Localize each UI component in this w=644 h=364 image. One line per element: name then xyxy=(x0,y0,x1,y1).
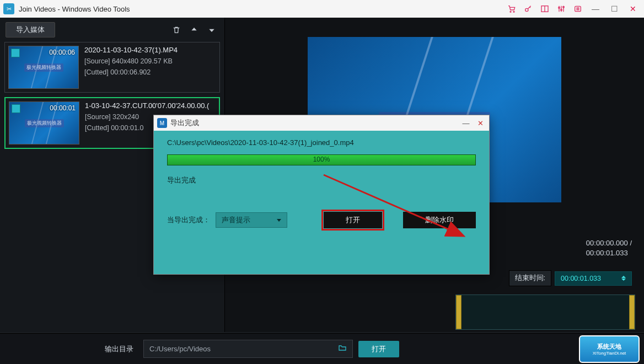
duration-label: 00:00:01 xyxy=(50,104,76,112)
dialog-titlebar: M 导出完成 — ✕ xyxy=(154,115,489,131)
trash-icon[interactable] xyxy=(169,23,184,37)
key-icon[interactable] xyxy=(522,2,535,15)
app-title: Join Videos - Windows Video Tools xyxy=(19,5,130,13)
media-name: 2020-11-03-10-42-37(1).MP4 xyxy=(84,46,216,54)
end-time-value: 00:00:01.033 xyxy=(561,275,601,282)
folder-icon[interactable] xyxy=(338,344,347,354)
layout-icon[interactable] xyxy=(538,2,551,15)
bottombar: 输出目录 C:/Users/pc/Videos 打开 xyxy=(0,333,644,364)
remove-watermark-button[interactable]: 删除水印 xyxy=(403,212,476,228)
output-path-text: C:/Users/pc/Videos xyxy=(149,345,211,353)
dialog-open-button[interactable]: 打开 xyxy=(324,212,382,228)
dialog-icon: M xyxy=(157,118,167,128)
timeline[interactable] xyxy=(455,295,635,330)
progress-bar: 100% xyxy=(167,154,476,165)
close-button[interactable]: ✕ xyxy=(625,1,641,17)
time-display: 00:00:00.000 / 00:00:01.033 xyxy=(586,238,632,258)
output-path-input[interactable]: C:/Users/pc/Videos xyxy=(143,340,353,358)
svg-point-1 xyxy=(513,11,514,12)
media-cutted: [Cutted] 00:00:06.902 xyxy=(84,68,216,76)
progress-text: 100% xyxy=(168,156,475,163)
svg-point-2 xyxy=(525,8,528,11)
badge-line1: 系统天地 xyxy=(597,342,621,351)
sliders-icon[interactable] xyxy=(555,2,568,15)
media-item[interactable]: 00:00:06 极光视频转换器 2020-11-03-10-42-37(1).… xyxy=(4,42,220,93)
open-output-button[interactable]: 打开 xyxy=(358,341,399,357)
media-name: 1-03-10-42-37.CUT.00'07.00'24.00.00.( xyxy=(85,101,216,110)
output-label: 输出目录 xyxy=(105,344,133,354)
move-up-icon[interactable] xyxy=(187,23,201,37)
export-file-path: C:\Users\pc\Videos\2020-11-03-10-42-37(1… xyxy=(167,138,476,147)
time-current: 00:00:00.000 / xyxy=(586,238,632,248)
dialog-title: 导出完成 xyxy=(170,119,199,128)
end-time-label: 结束时间: xyxy=(509,270,551,286)
media-thumbnail: 00:00:01 极光视频转换器 xyxy=(9,101,79,144)
maximize-button[interactable]: ☐ xyxy=(607,1,622,17)
chevron-down-icon xyxy=(277,219,281,222)
app-icon: ✂ xyxy=(3,3,14,14)
stepper-icon[interactable] xyxy=(621,276,626,281)
time-total: 00:00:01.033 xyxy=(586,248,632,258)
duration-label: 00:00:06 xyxy=(49,49,75,56)
media-source: [Source] 640x480 209.57 KB xyxy=(84,57,216,65)
badge-line2: XiTongTianDi.net xyxy=(593,351,626,356)
minimize-button[interactable]: — xyxy=(588,1,603,17)
titlebar: ✂ Join Videos - Windows Video Tools — ☐ … xyxy=(0,0,644,18)
dialog-close-button[interactable]: ✕ xyxy=(475,119,486,127)
end-time-row: 结束时间: 00:00:01.033 xyxy=(509,270,632,286)
media-thumbnail: 00:00:06 极光视频转换器 xyxy=(8,46,79,89)
when-done-label: 当导出完成： xyxy=(167,215,210,225)
clip-icon xyxy=(12,104,20,113)
cart-icon[interactable] xyxy=(505,2,518,15)
thumb-watermark: 极光视频转换器 xyxy=(25,119,64,127)
when-done-dropdown[interactable]: 声音提示 xyxy=(216,212,287,228)
thumb-watermark: 极光视频转换器 xyxy=(24,63,63,72)
move-down-icon[interactable] xyxy=(205,23,219,37)
site-badge: 系统天地 XiTongTianDi.net xyxy=(579,335,640,363)
menu-icon[interactable] xyxy=(571,2,584,15)
svg-point-0 xyxy=(510,11,511,12)
export-status: 导出完成 xyxy=(167,175,476,185)
export-dialog: M 导出完成 — ✕ C:\Users\pc\Videos\2020-11-03… xyxy=(153,115,490,275)
timeline-handle-right[interactable] xyxy=(629,295,635,329)
end-time-input[interactable]: 00:00:01.033 xyxy=(555,271,632,286)
dialog-minimize-button[interactable]: — xyxy=(460,119,471,127)
dropdown-value: 声音提示 xyxy=(222,215,250,225)
clip-icon xyxy=(11,49,20,57)
media-toolbar: 导入媒体 xyxy=(0,18,224,42)
import-button[interactable]: 导入媒体 xyxy=(6,22,55,38)
timeline-handle-left[interactable] xyxy=(456,295,461,329)
